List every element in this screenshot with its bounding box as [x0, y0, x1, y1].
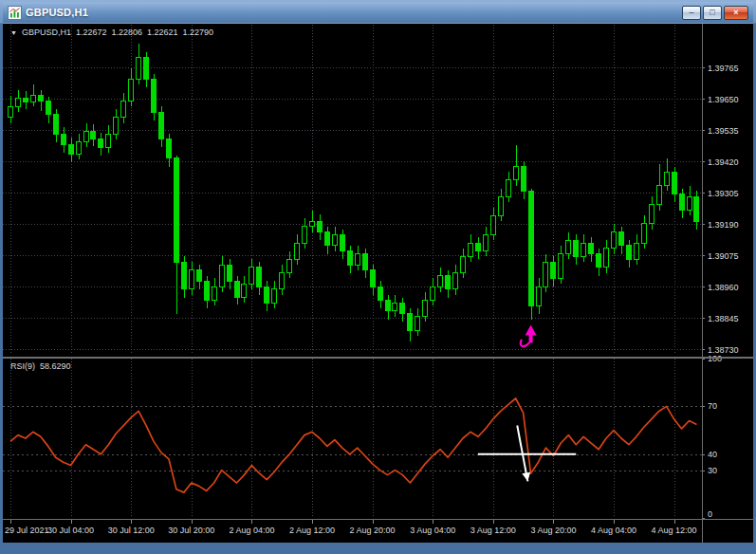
minimize-button[interactable]: – [682, 6, 701, 20]
svg-text:4 Aug 04:00: 4 Aug 04:00 [591, 526, 636, 535]
svg-text:2 Aug 04:00: 2 Aug 04:00 [229, 526, 274, 535]
svg-text:1.39075: 1.39075 [708, 251, 739, 261]
svg-text:1.39420: 1.39420 [708, 157, 739, 167]
svg-text:30 Jul 12:00: 30 Jul 12:00 [108, 526, 155, 535]
svg-text:40: 40 [708, 450, 717, 459]
svg-text:1.38845: 1.38845 [708, 314, 739, 323]
svg-text:1.39305: 1.39305 [708, 189, 739, 198]
chart-canvas[interactable]: 1.397651.396501.395351.394201.393051.391… [3, 23, 753, 543]
svg-text:30 Jul 04:00: 30 Jul 04:00 [47, 526, 94, 535]
chart-window: GBPUSD,H1 – □ × 1.397651.396501.395351.3… [0, 0, 756, 554]
svg-text:1.39190: 1.39190 [708, 220, 739, 230]
svg-text:1.39765: 1.39765 [708, 64, 739, 73]
svg-text:1.38730: 1.38730 [708, 345, 739, 355]
svg-text:0: 0 [708, 509, 712, 519]
svg-text:4 Aug 12:00: 4 Aug 12:00 [652, 526, 697, 535]
window-title: GBPUSD,H1 [26, 7, 88, 18]
svg-text:1.39535: 1.39535 [708, 126, 739, 136]
window-controls: – □ × [682, 6, 750, 20]
svg-text:30 Jul 20:00: 30 Jul 20:00 [168, 526, 214, 535]
svg-text:2 Aug 20:00: 2 Aug 20:00 [350, 526, 396, 535]
chart-window-icon [8, 6, 22, 20]
chart-client-area: 1.397651.396501.395351.394201.393051.391… [3, 23, 753, 543]
svg-text:3 Aug 04:00: 3 Aug 04:00 [410, 526, 455, 535]
svg-text:29 Jul 2021: 29 Jul 2021 [5, 526, 49, 535]
maximize-button[interactable]: □ [703, 6, 722, 20]
chevron-down-icon[interactable]: ▼ [10, 29, 17, 36]
svg-text:3 Aug 12:00: 3 Aug 12:00 [470, 526, 516, 535]
svg-text:2 Aug 12:00: 2 Aug 12:00 [289, 526, 335, 535]
svg-text:3 Aug 20:00: 3 Aug 20:00 [530, 526, 576, 535]
close-button[interactable]: × [724, 6, 748, 20]
maximize-icon: □ [710, 8, 714, 17]
svg-text:100: 100 [708, 354, 722, 363]
svg-text:1.39650: 1.39650 [708, 95, 739, 104]
window-titlebar[interactable]: GBPUSD,H1 – □ × [3, 2, 753, 23]
svg-text:1.38960: 1.38960 [708, 283, 739, 292]
svg-text:70: 70 [708, 401, 717, 411]
svg-text:30: 30 [708, 466, 717, 475]
close-icon: × [733, 8, 738, 17]
minimize-icon: – [689, 8, 693, 17]
